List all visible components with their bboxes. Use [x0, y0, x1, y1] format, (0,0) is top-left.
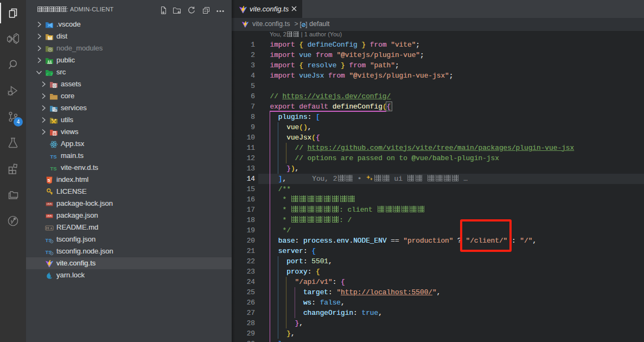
- svg-text:5: 5: [48, 178, 50, 183]
- svg-text:TS: TS: [50, 166, 57, 172]
- svg-text:TS: TS: [50, 154, 57, 160]
